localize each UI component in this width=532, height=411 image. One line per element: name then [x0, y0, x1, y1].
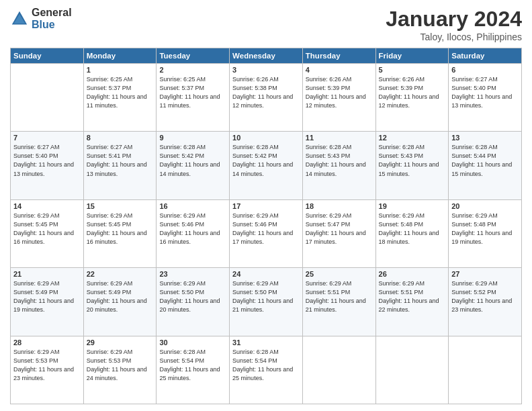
cell-info: Sunrise: 6:29 AMSunset: 5:53 PMDaylight:…	[13, 348, 81, 383]
logo: General Blue	[10, 7, 72, 30]
calendar-week-row: 1Sunrise: 6:25 AMSunset: 5:37 PMDaylight…	[11, 64, 522, 132]
calendar-cell: 21Sunrise: 6:29 AMSunset: 5:49 PMDayligh…	[11, 268, 84, 336]
day-number: 16	[159, 202, 226, 210]
day-number: 8	[87, 134, 154, 142]
day-number: 10	[232, 134, 300, 142]
day-number: 28	[13, 338, 81, 347]
calendar-cell: 27Sunrise: 6:29 AMSunset: 5:52 PMDayligh…	[449, 268, 522, 336]
calendar-cell: 2Sunrise: 6:25 AMSunset: 5:37 PMDaylight…	[157, 64, 230, 132]
cell-info: Sunrise: 6:28 AMSunset: 5:54 PMDaylight:…	[232, 348, 300, 383]
cell-info: Sunrise: 6:29 AMSunset: 5:47 PMDaylight:…	[306, 212, 373, 246]
weekday-header: Thursday	[302, 48, 375, 64]
day-number: 25	[306, 270, 373, 278]
day-number: 7	[13, 134, 81, 142]
day-number: 26	[379, 270, 446, 278]
calendar-week-row: 28Sunrise: 6:29 AMSunset: 5:53 PMDayligh…	[11, 336, 522, 404]
weekday-header: Saturday	[449, 48, 522, 64]
calendar-week-row: 14Sunrise: 6:29 AMSunset: 5:45 PMDayligh…	[11, 199, 522, 267]
calendar-cell: 30Sunrise: 6:28 AMSunset: 5:54 PMDayligh…	[157, 336, 230, 404]
calendar-cell: 6Sunrise: 6:27 AMSunset: 5:40 PMDaylight…	[449, 64, 522, 132]
cell-info: Sunrise: 6:29 AMSunset: 5:46 PMDaylight:…	[159, 212, 226, 246]
cell-info: Sunrise: 6:27 AMSunset: 5:40 PMDaylight:…	[451, 75, 519, 110]
calendar-cell: 5Sunrise: 6:26 AMSunset: 5:39 PMDaylight…	[375, 64, 449, 132]
weekday-header: Sunday	[11, 48, 84, 64]
cell-info: Sunrise: 6:28 AMSunset: 5:42 PMDaylight:…	[232, 143, 300, 178]
day-number: 17	[232, 202, 300, 210]
month-title: January 2024	[386, 7, 522, 32]
calendar-cell: 9Sunrise: 6:28 AMSunset: 5:42 PMDaylight…	[157, 132, 230, 199]
day-number: 1	[87, 66, 154, 74]
day-number: 12	[379, 134, 446, 142]
logo-text: General Blue	[32, 7, 72, 30]
calendar-cell: 11Sunrise: 6:28 AMSunset: 5:43 PMDayligh…	[302, 132, 375, 199]
cell-info: Sunrise: 6:26 AMSunset: 5:38 PMDaylight:…	[232, 75, 300, 110]
cell-info: Sunrise: 6:27 AMSunset: 5:41 PMDaylight:…	[87, 143, 154, 178]
day-number: 2	[159, 66, 226, 74]
cell-info: Sunrise: 6:29 AMSunset: 5:50 PMDaylight:…	[159, 279, 226, 314]
calendar-cell: 1Sunrise: 6:25 AMSunset: 5:37 PMDaylight…	[83, 64, 157, 132]
cell-info: Sunrise: 6:29 AMSunset: 5:51 PMDaylight:…	[379, 279, 446, 314]
calendar-header-row: SundayMondayTuesdayWednesdayThursdayFrid…	[11, 48, 522, 64]
calendar-cell: 3Sunrise: 6:26 AMSunset: 5:38 PMDaylight…	[230, 64, 303, 132]
calendar-cell: 28Sunrise: 6:29 AMSunset: 5:53 PMDayligh…	[11, 336, 84, 404]
calendar-cell	[375, 336, 449, 404]
day-number: 3	[232, 66, 300, 74]
calendar-cell: 23Sunrise: 6:29 AMSunset: 5:50 PMDayligh…	[157, 268, 230, 336]
day-number: 19	[379, 202, 446, 210]
calendar-cell: 16Sunrise: 6:29 AMSunset: 5:46 PMDayligh…	[157, 199, 230, 267]
calendar-cell	[11, 64, 84, 132]
calendar-cell	[302, 336, 375, 404]
cell-info: Sunrise: 6:29 AMSunset: 5:45 PMDaylight:…	[87, 212, 154, 246]
day-number: 14	[13, 202, 81, 210]
logo-general: General	[32, 7, 72, 19]
cell-info: Sunrise: 6:29 AMSunset: 5:52 PMDaylight:…	[451, 279, 519, 314]
calendar-cell: 22Sunrise: 6:29 AMSunset: 5:49 PMDayligh…	[83, 268, 157, 336]
calendar-cell: 13Sunrise: 6:28 AMSunset: 5:44 PMDayligh…	[449, 132, 522, 199]
day-number: 20	[451, 202, 519, 210]
calendar-cell: 26Sunrise: 6:29 AMSunset: 5:51 PMDayligh…	[375, 268, 449, 336]
day-number: 4	[306, 66, 373, 74]
day-number: 5	[379, 66, 446, 74]
calendar-cell: 12Sunrise: 6:28 AMSunset: 5:43 PMDayligh…	[375, 132, 449, 199]
cell-info: Sunrise: 6:25 AMSunset: 5:37 PMDaylight:…	[159, 75, 226, 110]
day-number: 15	[87, 202, 154, 210]
day-number: 6	[451, 66, 519, 74]
day-number: 21	[13, 270, 81, 278]
cell-info: Sunrise: 6:28 AMSunset: 5:54 PMDaylight:…	[159, 348, 226, 383]
page: General Blue January 2024 Taloy, Ilocos,…	[0, 0, 532, 411]
weekday-header: Monday	[83, 48, 157, 64]
cell-info: Sunrise: 6:29 AMSunset: 5:48 PMDaylight:…	[379, 212, 446, 246]
cell-info: Sunrise: 6:29 AMSunset: 5:46 PMDaylight:…	[232, 212, 300, 246]
calendar-cell: 17Sunrise: 6:29 AMSunset: 5:46 PMDayligh…	[230, 199, 303, 267]
calendar-week-row: 21Sunrise: 6:29 AMSunset: 5:49 PMDayligh…	[11, 268, 522, 336]
calendar-cell	[449, 336, 522, 404]
day-number: 18	[306, 202, 373, 210]
calendar-cell: 25Sunrise: 6:29 AMSunset: 5:51 PMDayligh…	[302, 268, 375, 336]
cell-info: Sunrise: 6:29 AMSunset: 5:48 PMDaylight:…	[451, 212, 519, 246]
title-block: January 2024 Taloy, Ilocos, Philippines	[386, 7, 522, 42]
calendar-cell: 4Sunrise: 6:26 AMSunset: 5:39 PMDaylight…	[302, 64, 375, 132]
cell-info: Sunrise: 6:29 AMSunset: 5:53 PMDaylight:…	[87, 348, 154, 383]
cell-info: Sunrise: 6:29 AMSunset: 5:45 PMDaylight:…	[13, 212, 81, 246]
weekday-header: Wednesday	[230, 48, 303, 64]
weekday-header: Tuesday	[157, 48, 230, 64]
cell-info: Sunrise: 6:26 AMSunset: 5:39 PMDaylight:…	[379, 75, 446, 110]
cell-info: Sunrise: 6:29 AMSunset: 5:49 PMDaylight:…	[87, 279, 154, 314]
cell-info: Sunrise: 6:29 AMSunset: 5:50 PMDaylight:…	[232, 279, 300, 314]
calendar-cell: 19Sunrise: 6:29 AMSunset: 5:48 PMDayligh…	[375, 199, 449, 267]
calendar-cell: 7Sunrise: 6:27 AMSunset: 5:40 PMDaylight…	[11, 132, 84, 199]
cell-info: Sunrise: 6:28 AMSunset: 5:44 PMDaylight:…	[451, 143, 519, 178]
day-number: 31	[232, 338, 300, 347]
day-number: 9	[159, 134, 226, 142]
day-number: 23	[159, 270, 226, 278]
calendar-cell: 15Sunrise: 6:29 AMSunset: 5:45 PMDayligh…	[83, 199, 157, 267]
calendar-cell: 24Sunrise: 6:29 AMSunset: 5:50 PMDayligh…	[230, 268, 303, 336]
calendar-cell: 29Sunrise: 6:29 AMSunset: 5:53 PMDayligh…	[83, 336, 157, 404]
logo-icon	[10, 9, 29, 28]
day-number: 30	[159, 338, 226, 347]
cell-info: Sunrise: 6:26 AMSunset: 5:39 PMDaylight:…	[306, 75, 373, 110]
location: Taloy, Ilocos, Philippines	[386, 32, 522, 42]
calendar-cell: 8Sunrise: 6:27 AMSunset: 5:41 PMDaylight…	[83, 132, 157, 199]
day-number: 11	[306, 134, 373, 142]
calendar-week-row: 7Sunrise: 6:27 AMSunset: 5:40 PMDaylight…	[11, 132, 522, 199]
